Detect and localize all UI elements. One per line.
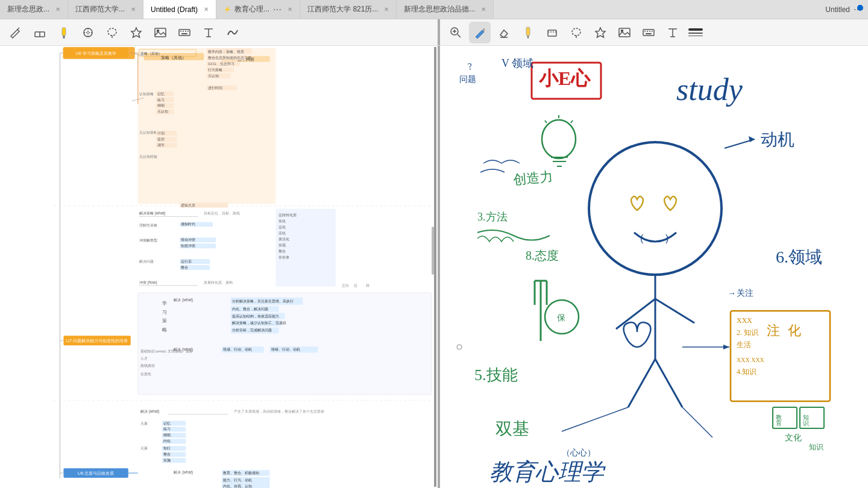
svg-point-9 (108, 28, 116, 36)
pen-size-medium[interactable] (688, 33, 703, 34)
lasso-tool[interactable] (101, 22, 123, 43)
svg-text:小E心: 小E心 (538, 67, 591, 89)
svg-text:元素: 元素 (140, 446, 148, 450)
svg-rect-3 (62, 28, 66, 36)
svg-text:GCG、生态学习: GCG、生态学习 (208, 62, 234, 66)
right-tab-title: Untitled (825, 5, 850, 14)
svg-text:元认知: 元认知 (208, 74, 219, 78)
mindmap-canvas[interactable]: U6 学习策略及其教学 策略（其他） 教学内容 (0, 46, 438, 488)
svg-text:教育、整合、积极感知: 教育、整合、积极感知 (223, 471, 259, 475)
mindmap-svg: U6 学习策略及其教学 策略（其他） 教学内容 (0, 46, 438, 488)
eraser2-tool[interactable] (493, 22, 515, 43)
image-tool[interactable] (149, 22, 171, 43)
svg-line-24 (458, 34, 461, 37)
svg-point-6 (84, 28, 92, 37)
pen-size-thin[interactable] (688, 36, 703, 36)
svg-text:产生了关系情感，高动机情绪，整合解决了各个生态群体: 产生了关系情感，高动机情绪，整合解决了各个生态群体 (234, 409, 324, 413)
tab-4-close[interactable]: ✕ (288, 6, 292, 13)
svg-text:): ) (665, 233, 668, 243)
text-tool[interactable] (198, 22, 219, 43)
tab-2[interactable]: 江西师范大学... ✕ (68, 0, 143, 19)
svg-text:育: 育 (776, 420, 782, 427)
star-tool[interactable] (125, 22, 147, 43)
svg-text:人才: 人才 (140, 357, 148, 360)
tab-1[interactable]: 新理念思政... ✕ (0, 0, 68, 19)
pen-size-selector[interactable] (686, 25, 705, 40)
tab-4-dots: ⋯ (273, 5, 281, 14)
svg-text:记忆: 记忆 (157, 92, 165, 96)
image2-tool[interactable] (614, 22, 635, 43)
svg-text:知识: 知识 (809, 443, 823, 451)
svg-text:整合: 整合 (163, 452, 171, 456)
svg-text:分析目标，完成解决问题: 分析目标，完成解决问题 (232, 328, 272, 332)
search-tool[interactable] (445, 22, 467, 43)
tab-6-close[interactable]: ✕ (481, 6, 486, 13)
svg-rect-31 (548, 30, 556, 36)
svg-text:活化: 活化 (278, 231, 286, 235)
tab-bar-right: Untitled ⋯ (819, 0, 868, 19)
svg-line-0 (17, 28, 19, 30)
tab-5-close[interactable]: ✕ (384, 6, 389, 13)
svg-text:注: 注 (767, 323, 780, 338)
svg-rect-28 (526, 27, 530, 36)
whiteboard-drawing[interactable]: 小E心 ? 问题 study V 领域 (440, 46, 868, 488)
svg-text:监控: 监控 (157, 137, 165, 141)
svg-text:U7 问题解决能力与创造性的培养: U7 问题解决能力与创造性的培养 (66, 338, 128, 343)
left-panel-mindmap[interactable]: U6 学习策略及其教学 策略（其他） 教学内容 (0, 46, 440, 488)
svg-text:内化、自我、认知: 内化、自我、认知 (223, 484, 252, 488)
tab-1-title: 新理念思政... (7, 4, 49, 14)
text2-tool[interactable] (662, 22, 684, 43)
svg-text:能力、行为、动机: 能力、行为、动机 (223, 478, 252, 482)
pen-size-thick[interactable] (688, 28, 703, 31)
eraser-tool[interactable] (29, 22, 51, 43)
shape2-tool[interactable] (541, 22, 563, 43)
marker-tool[interactable] (53, 22, 75, 43)
svg-text:冲突 (how): 冲突 (how) (139, 280, 157, 285)
pen-tool[interactable] (5, 22, 27, 43)
right-panel-whiteboard[interactable]: 小E心 ? 问题 study V 领域 (440, 46, 868, 488)
svg-rect-4 (63, 36, 65, 37)
svg-text:解决 (what): 解决 (what) (140, 409, 160, 414)
svg-text:提高认知结构，有效适应能力: 提高认知结构，有效适应能力 (232, 314, 279, 318)
svg-text:习: 习 (162, 310, 167, 315)
svg-text:内化: 内化 (163, 439, 171, 443)
svg-text:元认知策略: 元认知策略 (139, 131, 157, 134)
svg-text:记忆: 记忆 (163, 422, 171, 425)
svg-text:(: ( (640, 233, 644, 243)
svg-text:实施: 实施 (163, 458, 171, 462)
svg-text:理解性策略: 理解性策略 (139, 224, 157, 227)
keyboard-tool[interactable] (174, 22, 195, 43)
tab-4-title: 教育心理... (234, 4, 269, 14)
tab-1-close[interactable]: ✕ (55, 6, 60, 13)
tab-2-close[interactable]: ✕ (131, 6, 136, 13)
pen2-tool[interactable] (469, 22, 491, 43)
tab-5[interactable]: 江西师范大学 821历... ✕ (300, 0, 397, 19)
keyboard2-tool[interactable] (638, 22, 659, 43)
tab-3-close[interactable]: ✕ (204, 6, 209, 13)
svg-text:任意性: 任意性 (140, 372, 151, 376)
tab-3[interactable]: Untitled (Draft) ✕ (143, 0, 216, 19)
star2-tool[interactable] (590, 22, 611, 43)
cable-tool[interactable] (222, 22, 244, 43)
tab-4[interactable]: ⚡ 教育心理... ⋯ ✕ (216, 0, 300, 19)
svg-text:策略（其他）: 策略（其他） (140, 51, 162, 56)
svg-text:解决 (what): 解决 (what) (174, 470, 193, 475)
svg-text:运转转化层: 运转转化层 (278, 213, 297, 217)
shape-tool[interactable] (77, 22, 99, 43)
svg-text:U8 态度与品格发展: U8 态度与品格发展 (78, 471, 115, 476)
svg-text:学: 学 (162, 301, 167, 306)
svg-text:总: 总 (353, 284, 357, 287)
lasso2-tool[interactable] (565, 22, 587, 43)
svg-marker-11 (131, 28, 141, 37)
toolbar-left (0, 19, 440, 45)
marker2-tool[interactable] (517, 22, 539, 43)
svg-text:双基: 双基 (495, 419, 529, 438)
svg-text:化: 化 (788, 323, 801, 338)
svg-text:XXX XXX: XXX XXX (737, 357, 765, 363)
svg-text:行为策略: 行为策略 (208, 68, 222, 72)
svg-text:保: 保 (557, 313, 565, 322)
svg-text:教育心理学: 教育心理学 (489, 459, 606, 484)
svg-text:元认知: 元认知 (157, 110, 168, 113)
svg-text:基础知识 (what): 文理基础、基标: 基础知识 (what): 文理基础、基标 (140, 349, 193, 353)
tab-6[interactable]: 新理念思想政治品德... ✕ (397, 0, 494, 19)
